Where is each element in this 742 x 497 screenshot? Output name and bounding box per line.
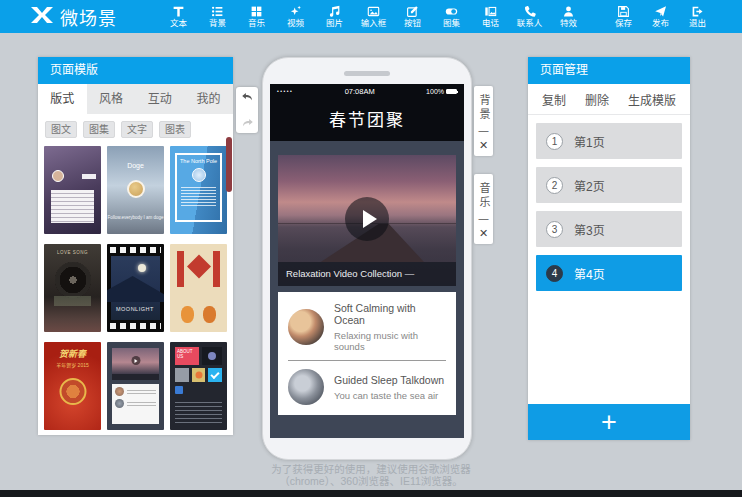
filter-text[interactable]: 文字 <box>121 121 153 138</box>
phone-screen-header: ••••• 07:08AM 100% 春节团聚 <box>270 84 464 141</box>
toolbar-actions-group: 保存 发布 退出 <box>605 0 716 33</box>
logo-x-icon <box>30 6 54 28</box>
toolbar-item-gallery[interactable]: 图集 <box>432 0 471 33</box>
check-tile <box>208 368 222 382</box>
page-number-badge: 1 <box>546 133 563 150</box>
playlist-item[interactable]: Soft Calming with Ocean Relaxing music w… <box>278 298 456 356</box>
text-icon <box>172 5 185 18</box>
page-item-1[interactable]: 1 第1页 <box>536 123 682 159</box>
playlist-card: Soft Calming with Ocean Relaxing music w… <box>278 292 456 415</box>
battery-percent: 100% <box>426 88 444 95</box>
play-icon <box>131 356 140 365</box>
filter-gallery[interactable]: 图集 <box>83 121 115 138</box>
image-icon <box>367 5 380 18</box>
video-element[interactable]: Relaxation Video Collection — <box>278 155 456 286</box>
browser-recommendation-note: 为了获得更好的使用，建议使用谷歌浏览器 （chrome）、360浏览器、IE11… <box>0 463 742 487</box>
ocean-thumbnail <box>288 309 324 345</box>
music-note-icon <box>328 5 341 18</box>
page-templates-panel: 页面模版 版式 风格 互动 我的 图文 图集 文字 图表 Doge Follow… <box>38 57 233 435</box>
tab-mine[interactable]: 我的 <box>184 84 233 114</box>
template-thumbnail-video-collection[interactable] <box>107 342 164 430</box>
delete-button[interactable]: 删除 <box>585 91 609 108</box>
tab-style[interactable]: 风格 <box>87 84 136 114</box>
rocks-thumbnail <box>288 369 324 405</box>
toolbar-item-background[interactable]: 背景 <box>198 0 237 33</box>
page-item-3[interactable]: 3 第3页 <box>536 211 682 247</box>
add-page-button[interactable]: + <box>528 404 690 440</box>
music-layer-tab[interactable]: 音乐 — ✕ <box>474 174 493 244</box>
gallery-icon <box>484 5 497 18</box>
page-item-2[interactable]: 2 第2页 <box>536 167 682 203</box>
save-icon <box>617 5 630 18</box>
vinyl-disc <box>55 262 91 298</box>
toolbar-item-phone[interactable]: 电话 <box>471 0 510 33</box>
close-icon[interactable]: ✕ <box>479 140 488 150</box>
templates-scrollbar[interactable] <box>226 137 232 192</box>
status-bar: ••••• 07:08AM 100% <box>270 84 464 99</box>
headphones-tile <box>175 368 189 382</box>
magic-stars-icon <box>289 5 302 18</box>
phone-icon <box>523 5 536 18</box>
signal-dots-icon: ••••• <box>277 89 293 94</box>
template-thumbnail-new-year-couplets[interactable] <box>170 244 227 332</box>
copy-button[interactable]: 复制 <box>542 91 566 108</box>
tab-layout[interactable]: 版式 <box>38 84 87 114</box>
phone-preview: ••••• 07:08AM 100% 春节团聚 Relaxation Video… <box>262 57 472 460</box>
status-time: 07:08AM <box>293 87 426 96</box>
template-thumbnail-doge[interactable]: Doge Follow.everybody I am doge <box>107 146 164 234</box>
avatar <box>52 170 64 182</box>
phone-screen[interactable]: ••••• 07:08AM 100% 春节团聚 Relaxation Video… <box>270 84 464 438</box>
template-thumbnail-love-song[interactable]: LOVE SONG <box>44 244 101 332</box>
playlist-item[interactable]: Guided Sleep Talkdown You can taste the … <box>278 365 456 409</box>
filter-chart[interactable]: 图表 <box>159 121 191 138</box>
play-icon <box>363 210 377 228</box>
app-logo: 微场景 <box>30 4 117 30</box>
page-templates-title: 页面模版 <box>38 57 233 84</box>
play-button[interactable] <box>345 197 389 241</box>
grid-icon <box>250 5 263 18</box>
chat-tile <box>192 368 206 382</box>
publish-button[interactable]: 发布 <box>642 0 679 33</box>
phone-tile <box>202 347 222 365</box>
person-icon <box>562 5 575 18</box>
avatar <box>127 180 145 198</box>
filter-image-text[interactable]: 图文 <box>45 121 77 138</box>
generate-template-button[interactable]: 生成模版 <box>628 91 676 108</box>
phone-speaker <box>344 71 390 76</box>
undo-icon[interactable] <box>241 88 254 106</box>
toolbar-item-text[interactable]: 文本 <box>159 0 198 33</box>
toolbar-item-input-box[interactable]: 输入框 <box>354 0 393 33</box>
page-item-4[interactable]: 4 第4页 <box>536 255 682 291</box>
toolbar-item-contacts[interactable]: 联系人 <box>510 0 549 33</box>
page-title: 春节团聚 <box>270 99 464 141</box>
template-thumbnail-north-pole[interactable]: The North Pole <box>170 146 227 234</box>
exit-icon <box>691 5 704 18</box>
template-thumbnail-quote-card[interactable] <box>44 146 101 234</box>
toolbar-item-music[interactable]: 音乐 <box>237 0 276 33</box>
exit-button[interactable]: 退出 <box>679 0 716 33</box>
close-icon[interactable]: ✕ <box>479 228 488 238</box>
toolbar-item-picture[interactable]: 图片 <box>315 0 354 33</box>
toolbar-item-video[interactable]: 视频 <box>276 0 315 33</box>
toolbar-item-effects[interactable]: 特效 <box>549 0 588 33</box>
list-icon <box>211 5 224 18</box>
bottom-bar <box>0 490 742 497</box>
page-actions: 复制 删除 生成模版 <box>528 84 690 115</box>
moon <box>138 264 146 272</box>
save-button[interactable]: 保存 <box>605 0 642 33</box>
send-icon <box>654 5 667 18</box>
minimize-icon[interactable]: — <box>479 127 489 135</box>
template-thumbnail-moonlight[interactable]: MOONLIGHT <box>107 244 164 332</box>
tab-interactive[interactable]: 互动 <box>136 84 185 114</box>
background-layer-tab[interactable]: 背景 — ✕ <box>474 86 493 156</box>
template-thumbnail-about-us[interactable]: ABOUT US <box>170 342 227 430</box>
redo-icon[interactable] <box>241 114 254 132</box>
edit-icon <box>406 5 419 18</box>
page-number-badge: 4 <box>546 265 563 282</box>
template-thumbnail-he-xin-chun[interactable]: 贺新春 羊年贺岁 2015 <box>44 342 101 430</box>
minimize-icon[interactable]: — <box>479 215 489 223</box>
page-list: 1 第1页 2 第2页 3 第3页 4 第4页 <box>528 115 690 307</box>
page-number-badge: 3 <box>546 221 563 238</box>
toolbar-item-button[interactable]: 按钮 <box>393 0 432 33</box>
logo-text: 微场景 <box>60 4 117 30</box>
